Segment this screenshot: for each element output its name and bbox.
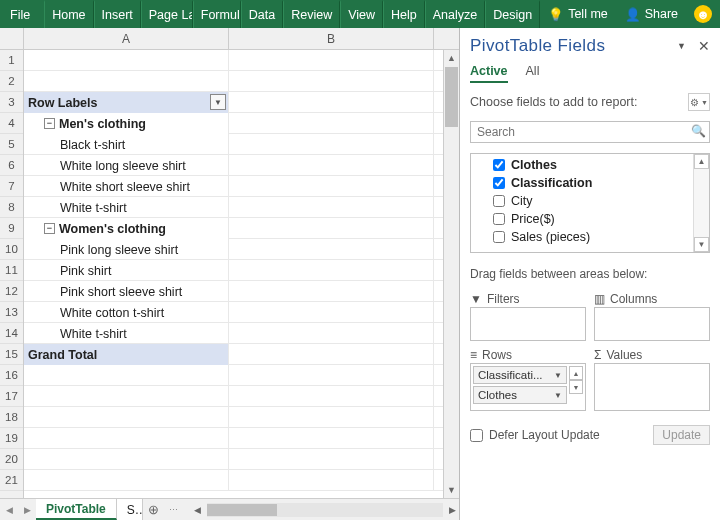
cell[interactable] (229, 155, 434, 176)
cell[interactable] (229, 281, 434, 302)
select-all-corner[interactable] (0, 28, 24, 49)
cell[interactable] (229, 218, 434, 239)
field-checkbox[interactable] (493, 177, 505, 189)
field-item[interactable]: Clothes (493, 156, 693, 174)
cell[interactable]: Pink long sleeve shirt (24, 239, 229, 260)
row-header[interactable]: 1 (0, 50, 23, 71)
cell[interactable] (229, 323, 434, 344)
cell[interactable]: −Men's clothing (24, 113, 229, 134)
cell[interactable] (24, 50, 229, 71)
row-header[interactable]: 5 (0, 134, 23, 155)
ribbon-tab-design[interactable]: Design (485, 0, 540, 28)
ribbon-tab-home[interactable]: Home (44, 0, 93, 28)
cell[interactable] (24, 449, 229, 470)
row-header[interactable]: 6 (0, 155, 23, 176)
row-header[interactable]: 7 (0, 176, 23, 197)
rows-area-item[interactable]: Clothes▼ (473, 386, 567, 404)
scroll-thumb[interactable] (445, 67, 458, 127)
cell[interactable]: White cotton t-shirt (24, 302, 229, 323)
sheet-tab-pivottable[interactable]: PivotTable (36, 499, 117, 520)
fields-tab-active[interactable]: Active (470, 64, 508, 83)
cell[interactable] (229, 365, 434, 386)
fields-pane-menu-icon[interactable]: ▼ (677, 41, 686, 51)
sheet-nav-prev[interactable]: ◀ (0, 499, 18, 520)
rows-area-scrollbar[interactable]: ▲ ▼ (569, 366, 583, 404)
cell[interactable]: White short sleeve shirt (24, 176, 229, 197)
values-area[interactable] (594, 363, 710, 411)
rows-scroll-up[interactable]: ▲ (569, 366, 583, 380)
cell[interactable]: White long sleeve shirt (24, 155, 229, 176)
hsb-right-icon[interactable]: ▶ (445, 503, 459, 517)
cell[interactable] (229, 176, 434, 197)
row-header[interactable]: 18 (0, 407, 23, 428)
row-header[interactable]: 13 (0, 302, 23, 323)
row-header[interactable]: 14 (0, 323, 23, 344)
row-header[interactable]: 2 (0, 71, 23, 92)
cell[interactable] (24, 365, 229, 386)
cells[interactable]: Row Labels▼−Men's clothingBlack t-shirtW… (24, 50, 459, 498)
horizontal-scrollbar[interactable]: ◀ ▶ (183, 499, 459, 520)
ribbon-tab-pagelayout[interactable]: Page La (141, 0, 193, 28)
collapse-icon[interactable]: − (44, 118, 55, 129)
fields-tab-all[interactable]: All (526, 64, 540, 83)
cell[interactable]: −Women's clothing (24, 218, 229, 239)
cell[interactable]: Grand Total (24, 344, 229, 365)
share-button[interactable]: 👤 Share (617, 0, 686, 28)
cell[interactable]: Row Labels▼ (24, 92, 229, 113)
fields-layout-button[interactable]: ⚙ ▼ (688, 93, 710, 111)
ribbon-tab-analyze[interactable]: Analyze (425, 0, 485, 28)
row-header[interactable]: 21 (0, 470, 23, 491)
scroll-down-icon[interactable]: ▼ (444, 482, 459, 498)
rows-area[interactable]: Classificati...▼Clothes▼ ▲ ▼ (470, 363, 586, 411)
row-header[interactable]: 8 (0, 197, 23, 218)
cell[interactable]: Pink shirt (24, 260, 229, 281)
vertical-scrollbar[interactable]: ▲ ▼ (443, 50, 459, 498)
cell[interactable] (24, 428, 229, 449)
field-item[interactable]: Sales (pieces) (493, 228, 693, 246)
columns-area[interactable] (594, 307, 710, 341)
cell[interactable] (229, 239, 434, 260)
sheet-list-button[interactable]: ⋯ (165, 499, 183, 520)
cell[interactable] (229, 50, 434, 71)
cell[interactable] (24, 71, 229, 92)
feedback-button[interactable]: ☻ (686, 0, 720, 28)
tellme[interactable]: 💡 Tell me (540, 0, 616, 28)
row-header[interactable]: 11 (0, 260, 23, 281)
row-header[interactable]: 20 (0, 449, 23, 470)
field-item[interactable]: City (493, 192, 693, 210)
cell[interactable] (229, 428, 434, 449)
cell[interactable] (24, 470, 229, 491)
pivot-filter-button[interactable]: ▼ (210, 94, 226, 110)
cell[interactable] (24, 386, 229, 407)
row-header[interactable]: 12 (0, 281, 23, 302)
cell[interactable] (229, 344, 434, 365)
scroll-up-icon[interactable]: ▲ (444, 50, 459, 66)
cell[interactable] (229, 197, 434, 218)
ribbon-tab-file[interactable]: File (0, 0, 44, 28)
ribbon-tab-data[interactable]: Data (241, 0, 283, 28)
cell[interactable] (229, 113, 434, 134)
cell[interactable] (229, 302, 434, 323)
chevron-down-icon[interactable]: ▼ (554, 391, 562, 400)
cell[interactable] (229, 407, 434, 428)
fieldlist-scrollbar[interactable]: ▲ ▼ (693, 154, 709, 252)
cell[interactable] (229, 71, 434, 92)
fieldlist-scroll-down[interactable]: ▼ (694, 237, 709, 252)
hsb-left-icon[interactable]: ◀ (191, 503, 205, 517)
ribbon-tab-review[interactable]: Review (283, 0, 340, 28)
update-button[interactable]: Update (653, 425, 710, 445)
hsb-thumb[interactable] (207, 504, 277, 516)
cell[interactable] (229, 470, 434, 491)
filters-area[interactable] (470, 307, 586, 341)
cell[interactable] (229, 260, 434, 281)
cell[interactable]: White t-shirt (24, 197, 229, 218)
row-header[interactable]: 9 (0, 218, 23, 239)
cell[interactable] (229, 134, 434, 155)
search-input[interactable] (470, 121, 710, 143)
cell[interactable] (229, 92, 434, 113)
cell[interactable] (24, 407, 229, 428)
row-header[interactable]: 16 (0, 365, 23, 386)
chevron-down-icon[interactable]: ▼ (554, 371, 562, 380)
field-checkbox[interactable] (493, 195, 505, 207)
field-checkbox[interactable] (493, 231, 505, 243)
